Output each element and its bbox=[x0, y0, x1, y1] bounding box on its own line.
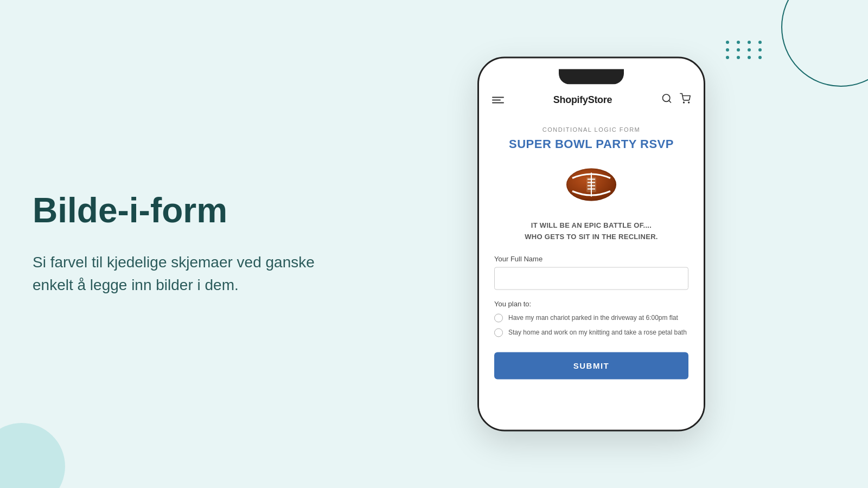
menu-line-1 bbox=[492, 97, 504, 98]
page-title: Bilde-i-form bbox=[33, 191, 347, 229]
option2-radio[interactable] bbox=[494, 328, 503, 337]
decorative-dots bbox=[726, 41, 765, 59]
svg-point-2 bbox=[684, 102, 685, 103]
option1-container: Have my man chariot parked in the drivew… bbox=[494, 313, 688, 322]
header-icons bbox=[661, 93, 691, 107]
phone-mockup: ShopifyStore CONDIT bbox=[477, 57, 705, 432]
store-name: ShopifyStore bbox=[553, 94, 612, 106]
cart-icon[interactable] bbox=[680, 93, 691, 107]
full-name-input[interactable] bbox=[494, 267, 688, 290]
option2-container: Stay home and work on my knitting and ta… bbox=[494, 328, 688, 337]
menu-line-3 bbox=[492, 102, 504, 103]
option2-text: Stay home and work on my knitting and ta… bbox=[508, 328, 687, 337]
hamburger-menu-icon[interactable] bbox=[492, 97, 504, 103]
phone-frame: ShopifyStore CONDIT bbox=[477, 57, 705, 432]
menu-line-2 bbox=[492, 99, 501, 100]
search-icon[interactable] bbox=[661, 93, 672, 107]
form-label-top: CONDITIONAL LOGIC FORM bbox=[494, 126, 688, 133]
store-header: ShopifyStore bbox=[479, 85, 704, 115]
phone-notch bbox=[559, 69, 624, 85]
submit-button[interactable]: SUBMIT bbox=[494, 352, 688, 379]
left-content: Bilde-i-form Si farvel til kjedelige skj… bbox=[33, 191, 347, 297]
option1-radio[interactable] bbox=[494, 313, 503, 322]
page-subtitle: Si farvel til kjedelige skjemaer ved gan… bbox=[33, 251, 347, 297]
form-content: CONDITIONAL LOGIC FORM SUPER BOWL PARTY … bbox=[479, 115, 704, 419]
svg-line-1 bbox=[669, 100, 671, 102]
decorative-circle-bottom-left bbox=[0, 423, 65, 488]
epic-text: IT WILL BE AN EPIC BATTLE OF.... WHO GET… bbox=[494, 220, 688, 243]
plan-label: You plan to: bbox=[494, 299, 688, 307]
option1-text: Have my man chariot parked in the drivew… bbox=[508, 313, 678, 322]
decorative-circle-top-right bbox=[781, 0, 868, 87]
name-field-label: Your Full Name bbox=[494, 254, 688, 262]
form-title: SUPER BOWL PARTY RSVP bbox=[494, 137, 688, 151]
football-image bbox=[494, 162, 688, 211]
svg-point-3 bbox=[688, 102, 690, 103]
